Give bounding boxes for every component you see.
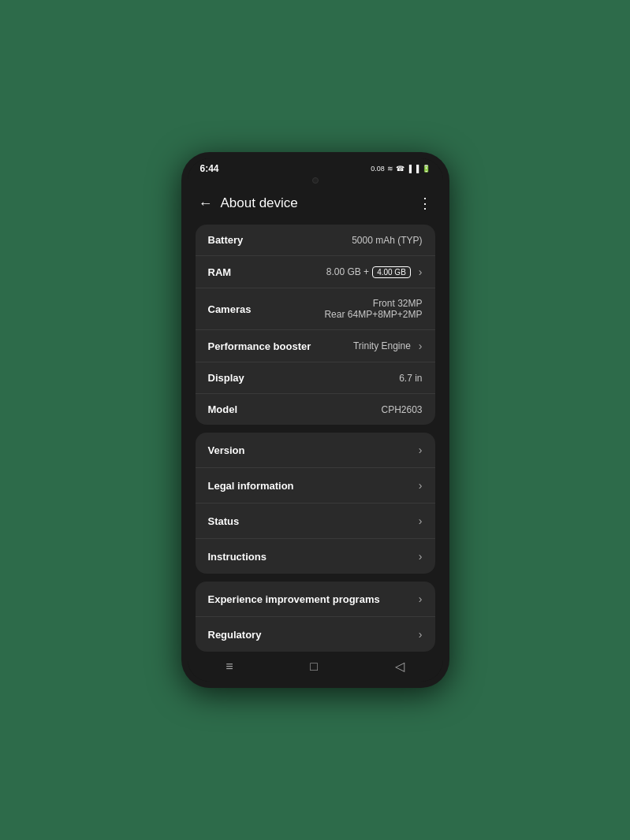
nav-card-2: Experience improvement programs › Regula… [196, 582, 435, 652]
bottom-navigation: ≡ □ ◁ [188, 652, 443, 682]
model-row: Model CPH2603 [196, 394, 435, 425]
perf-chevron: › [419, 340, 423, 352]
legal-label: Legal information [208, 480, 294, 492]
cameras-rear: Rear 64MP+8MP+2MP [324, 309, 422, 320]
instructions-chevron: › [419, 550, 423, 563]
instructions-label: Instructions [208, 551, 267, 563]
status-chevron: › [419, 515, 423, 527]
ram-chevron: › [419, 266, 423, 278]
ram-base: 8.00 GB + [326, 266, 369, 277]
specs-card: Battery 5000 mAh (TYP) RAM 8.00 GB + 4.0… [196, 225, 435, 425]
home-nav-button[interactable]: □ [310, 660, 318, 674]
phone-frame: 6:44 0.08 ≋ ☎ ▐ ▐ 🔋 ← About device ⋮ [181, 152, 449, 688]
nav-card-1: Version › Legal information › Status › I… [196, 433, 435, 574]
call-icon: ☎ [396, 165, 404, 173]
back-button[interactable]: ← [199, 195, 213, 212]
page-header: ← About device ⋮ [188, 187, 443, 220]
exp-programs-label: Experience improvement programs [208, 593, 380, 605]
battery-value: 5000 mAh (TYP) [249, 235, 422, 246]
perf-row[interactable]: Performance booster Trinity Engine › [196, 330, 435, 362]
signal-icon2: ▐ [414, 165, 419, 173]
battery-icon: 🔋 [422, 165, 431, 173]
ram-ext: 4.00 GB [372, 266, 411, 278]
wifi-icon: ≋ [387, 165, 393, 173]
ram-label: RAM [208, 266, 232, 278]
cameras-value: Front 32MP Rear 64MP+8MP+2MP [324, 298, 422, 320]
battery-row: Battery 5000 mAh (TYP) [196, 225, 435, 256]
cameras-front: Front 32MP [324, 298, 422, 309]
status-icons: 0.08 ≋ ☎ ▐ ▐ 🔋 [371, 165, 430, 173]
content-area: Battery 5000 mAh (TYP) RAM 8.00 GB + 4.0… [188, 220, 443, 652]
phone-screen: 6:44 0.08 ≋ ☎ ▐ ▐ 🔋 ← About device ⋮ [188, 158, 443, 682]
model-value: CPH2603 [244, 404, 422, 415]
version-row[interactable]: Version › [196, 433, 435, 468]
page-title: About device [221, 195, 418, 211]
signal-icon1: ▐ [407, 165, 412, 173]
perf-label: Performance booster [208, 340, 311, 352]
instructions-row[interactable]: Instructions › [196, 539, 435, 574]
status-row[interactable]: Status › [196, 504, 435, 539]
exp-programs-chevron: › [419, 593, 423, 605]
legal-chevron: › [419, 479, 423, 492]
status-bar: 6:44 0.08 ≋ ☎ ▐ ▐ 🔋 [188, 158, 443, 177]
camera-bar [188, 177, 443, 187]
version-label: Version [208, 444, 245, 456]
menu-button[interactable]: ⋮ [418, 195, 432, 212]
model-label: Model [208, 403, 238, 415]
perf-value: Trinity Engine [353, 340, 411, 351]
regulatory-row[interactable]: Regulatory › [196, 617, 435, 652]
status-time: 6:44 [200, 163, 219, 174]
exp-programs-row[interactable]: Experience improvement programs › [196, 582, 435, 617]
regulatory-chevron: › [419, 628, 423, 641]
cameras-label: Cameras [208, 303, 252, 315]
version-chevron: › [419, 444, 423, 456]
regulatory-label: Regulatory [208, 629, 262, 641]
menu-nav-button[interactable]: ≡ [226, 660, 233, 674]
ram-value: 8.00 GB + 4.00 GB › [326, 266, 423, 278]
display-row: Display 6.7 in [196, 362, 435, 394]
display-value: 6.7 in [251, 373, 423, 384]
cameras-row: Cameras Front 32MP Rear 64MP+8MP+2MP [196, 288, 435, 330]
display-label: Display [208, 372, 244, 384]
ram-row[interactable]: RAM 8.00 GB + 4.00 GB › [196, 256, 435, 288]
front-camera [312, 177, 319, 184]
data-icon: 0.08 [371, 165, 385, 173]
legal-row[interactable]: Legal information › [196, 468, 435, 504]
status-label: Status [208, 515, 240, 527]
battery-label: Battery [208, 234, 244, 246]
back-nav-button[interactable]: ◁ [395, 659, 404, 674]
perf-value-container: Trinity Engine › [353, 340, 423, 352]
